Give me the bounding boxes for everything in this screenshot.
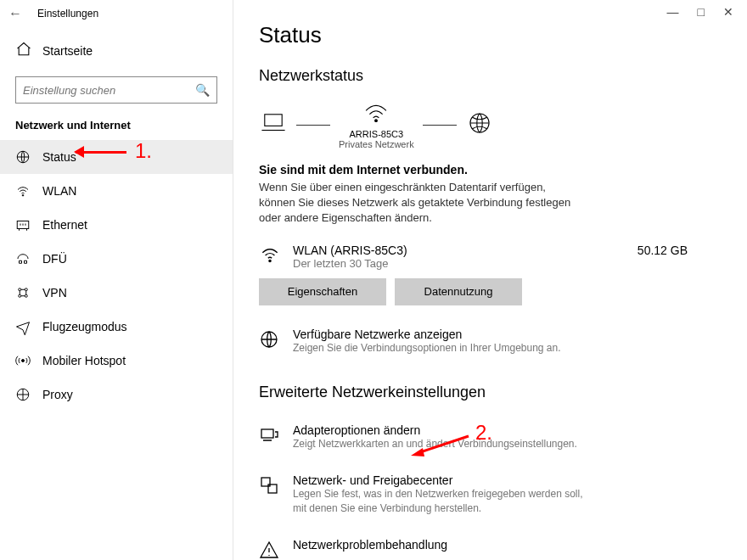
troubleshoot-title: Netzwerkproblembehandlung	[293, 538, 447, 552]
page-title: Status	[259, 22, 722, 48]
sidebar-item-label: VPN	[42, 286, 67, 300]
back-button[interactable]: ←	[8, 6, 22, 21]
search-icon: 🔍	[195, 83, 210, 97]
vpn-icon	[15, 284, 31, 301]
wifi-icon	[15, 182, 31, 199]
home-link[interactable]: Startseite	[0, 34, 233, 68]
proxy-icon	[15, 386, 31, 403]
option-sharing[interactable]: Netzwerk- und Freigabecenter Legen Sie f…	[259, 473, 722, 516]
wifi-usage-icon	[259, 244, 281, 269]
connected-heading: Sie sind mit dem Internet verbunden.	[259, 163, 722, 176]
laptop-icon	[259, 111, 288, 138]
sidebar-item-ethernet[interactable]: Ethernet	[0, 208, 233, 242]
svg-point-12	[269, 260, 271, 261]
minimize-button[interactable]: —	[667, 5, 679, 19]
globe-option-icon	[259, 328, 281, 353]
sidebar-item-label: Mobiler Hotspot	[42, 354, 126, 367]
network-status-heading: Netzwerkstatus	[259, 67, 722, 85]
svg-point-5	[19, 294, 21, 297]
usage-amount: 50.12 GB	[637, 244, 722, 257]
svg-point-6	[25, 294, 27, 297]
hotspot-icon	[15, 352, 31, 369]
sidebar-item-label: Proxy	[42, 388, 73, 401]
svg-point-1	[22, 195, 24, 197]
globe-diagram-icon	[465, 111, 494, 138]
sharing-sub: Legen Sie fest, was in den Netzwerken fr…	[293, 487, 598, 516]
adapter-title: Adapteroptionen ändern	[293, 423, 577, 437]
sharing-title: Netzwerk- und Freigabecenter	[293, 473, 598, 487]
sidebar-item-proxy[interactable]: Proxy	[0, 378, 233, 412]
diagram-nettype: Privates Netzwerk	[339, 139, 414, 149]
close-button[interactable]: ✕	[723, 5, 733, 19]
usage-name: WLAN (ARRIS-85C3)	[293, 244, 407, 257]
advanced-heading: Erweiterte Netzwerkeinstellungen	[259, 384, 722, 401]
diagram-ssid: ARRIS-85C3	[339, 129, 414, 139]
option-troubleshoot[interactable]: Netzwerkproblembehandlung	[259, 538, 722, 560]
sidebar-item-label: DFÜ	[42, 252, 67, 266]
sidebar-item-wlan[interactable]: WLAN	[0, 174, 233, 208]
sidebar-item-hotspot[interactable]: Mobiler Hotspot	[0, 344, 233, 378]
sidebar-item-label: Flugzeugmodus	[42, 320, 127, 333]
svg-point-10	[375, 120, 378, 122]
option-available-networks[interactable]: Verfügbare Netzwerke anzeigen Zeigen Sie…	[259, 328, 722, 356]
properties-button[interactable]: Eigenschaften	[259, 278, 386, 305]
dialup-icon	[15, 250, 31, 267]
sharing-icon	[259, 473, 281, 499]
adapter-sub: Zeigt Netzwerkkarten an und ändert Verbi…	[293, 437, 577, 451]
svg-point-7	[22, 360, 25, 362]
usage-period: Der letzten 30 Tage	[293, 257, 407, 270]
option-adapter[interactable]: Adapteroptionen ändern Zeigt Netzwerkkar…	[259, 423, 722, 451]
home-icon	[15, 41, 32, 61]
airplane-icon	[15, 318, 31, 335]
wifi-diagram-icon	[362, 112, 390, 126]
ethernet-icon	[15, 216, 31, 233]
connected-text: Wenn Sie über einen eingeschränkten Date…	[259, 180, 581, 227]
warning-icon	[259, 538, 281, 560]
diagram-line	[423, 125, 457, 126]
category-header: Netzwerk und Internet	[0, 115, 233, 140]
available-networks-sub: Zeigen Sie die Verbindungsoptionen in Ih…	[293, 341, 561, 356]
sidebar-item-dfu[interactable]: DFÜ	[0, 242, 233, 276]
search-input[interactable]: 🔍	[15, 76, 217, 104]
sidebar-item-label: Status	[42, 150, 76, 164]
adapter-icon	[259, 423, 281, 449]
sidebar-item-airplane[interactable]: Flugzeugmodus	[0, 310, 233, 344]
svg-rect-14	[261, 429, 273, 438]
maximize-button[interactable]: □	[698, 5, 705, 19]
sidebar-item-vpn[interactable]: VPN	[0, 276, 233, 310]
diagram-line	[296, 125, 330, 126]
svg-point-3	[19, 288, 21, 291]
sidebar-item-label: WLAN	[42, 184, 76, 198]
network-diagram: ARRIS-85C3 Privates Netzwerk	[259, 100, 722, 149]
search-field[interactable]	[23, 84, 195, 97]
home-label: Startseite	[42, 44, 93, 58]
data-usage-button[interactable]: Datennutzung	[395, 278, 522, 305]
sidebar-item-label: Ethernet	[42, 218, 87, 232]
window-title: Einstellungen	[37, 8, 98, 20]
sidebar-item-status[interactable]: Status	[0, 140, 233, 174]
globe-icon	[15, 148, 31, 165]
available-networks-title: Verfügbare Netzwerke anzeigen	[293, 328, 561, 341]
svg-rect-9	[265, 115, 282, 126]
svg-point-4	[25, 288, 27, 291]
